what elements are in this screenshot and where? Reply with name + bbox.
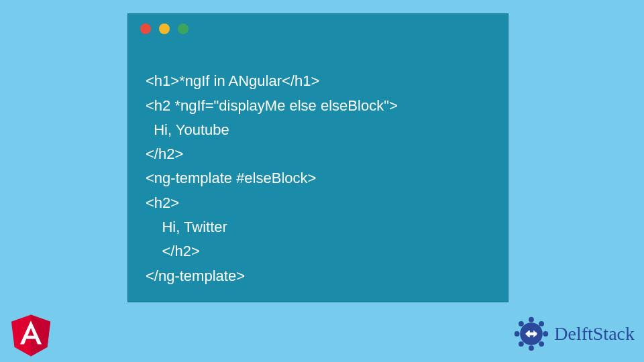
delftstack-logo: DelftStack (513, 315, 635, 353)
delftstack-text: DelftStack (554, 323, 635, 345)
code-line: </h2> (146, 243, 200, 259)
minimize-icon (159, 23, 170, 34)
svg-point-7 (519, 321, 524, 326)
code-line: </ng-template> (146, 267, 245, 284)
code-line: Hi, Twitter (146, 219, 227, 235)
maximize-icon (178, 23, 189, 34)
svg-point-6 (543, 331, 549, 337)
code-line: <h2> (146, 194, 179, 211)
svg-point-3 (529, 317, 534, 322)
code-line: </h2> (146, 145, 183, 162)
svg-point-8 (539, 321, 544, 326)
delftstack-badge-icon (513, 315, 550, 353)
svg-point-4 (529, 345, 534, 351)
svg-marker-1 (31, 314, 50, 356)
svg-point-5 (515, 331, 520, 337)
code-line: <h2 *ngIf="displayMe else elseBlock"> (146, 97, 398, 114)
code-window: <h1>*ngIf in ANgular</h1> <h2 *ngIf="dis… (127, 13, 508, 302)
code-line: <ng-template #elseBlock> (146, 170, 316, 186)
close-icon (140, 23, 151, 34)
code-block: <h1>*ngIf in ANgular</h1> <h2 *ngIf="dis… (128, 41, 508, 292)
code-line: Hi, Youtube (146, 121, 229, 138)
svg-point-10 (539, 341, 544, 347)
svg-point-9 (519, 341, 524, 347)
code-line: <h1>*ngIf in ANgular</h1> (146, 72, 319, 89)
traffic-lights (128, 14, 508, 41)
angular-logo-icon (8, 310, 54, 358)
